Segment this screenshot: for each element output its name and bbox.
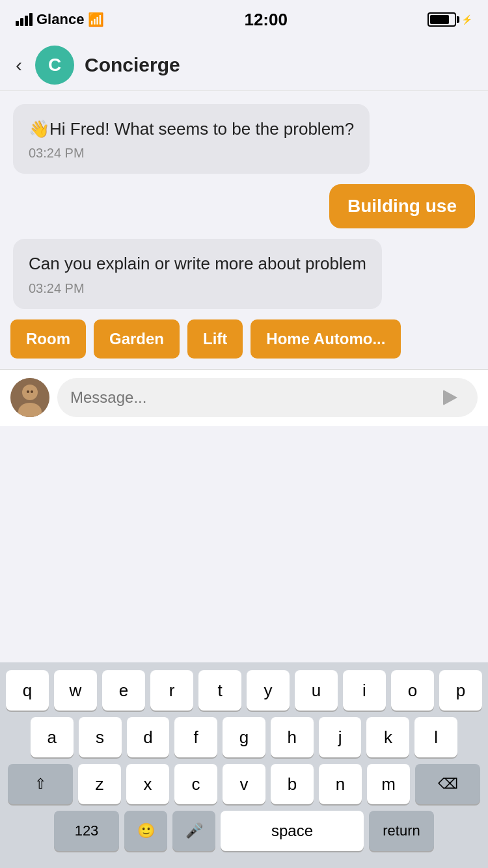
num-key[interactable]: 123: [54, 811, 119, 851]
key-y[interactable]: y: [247, 670, 290, 711]
key-l[interactable]: l: [414, 717, 457, 757]
status-bar: Glance 📶 12:00 ⚡: [0, 0, 488, 39]
key-v[interactable]: v: [223, 764, 265, 804]
shift-key[interactable]: ⇧: [8, 764, 73, 804]
backspace-key[interactable]: ⌫: [415, 764, 480, 804]
emoji-key[interactable]: 🙂: [124, 811, 167, 851]
key-g[interactable]: g: [223, 717, 265, 757]
message-input-row: [0, 369, 488, 426]
key-o[interactable]: o: [391, 670, 434, 711]
battery-fill: [430, 15, 449, 24]
key-x[interactable]: x: [126, 764, 169, 804]
key-p[interactable]: p: [439, 670, 482, 711]
signal-bar-3: [25, 16, 28, 26]
carrier-label: Glance: [36, 11, 84, 28]
message-text-1: 👋Hi Fred! What seems to be the problem?: [29, 117, 354, 141]
quick-reply-chips: Room Garden Lift Home Automo...: [0, 309, 488, 369]
message-time-3: 03:24 PM: [29, 281, 366, 296]
mic-key[interactable]: 🎤: [172, 811, 215, 851]
signal-bars: [16, 13, 33, 26]
status-left: Glance 📶: [16, 11, 104, 28]
user-avatar-svg: [10, 378, 49, 417]
message-text-2: Building use: [347, 196, 457, 217]
key-h[interactable]: h: [271, 717, 314, 757]
message-time-1: 03:24 PM: [29, 146, 354, 161]
key-s[interactable]: s: [79, 717, 122, 757]
back-button[interactable]: ‹: [13, 51, 25, 79]
key-n[interactable]: n: [319, 764, 362, 804]
header-title: Concierge: [85, 54, 180, 76]
header: ‹ C Concierge: [0, 39, 488, 91]
key-f[interactable]: f: [174, 717, 217, 757]
message-bubble-incoming-2: Can you explain or write more about prob…: [13, 239, 382, 308]
key-a[interactable]: a: [31, 717, 74, 757]
status-right: ⚡: [427, 12, 472, 27]
keyboard-row-4: 123 🙂 🎤 space return: [4, 811, 484, 851]
space-key[interactable]: space: [221, 811, 364, 851]
chip-garden[interactable]: Garden: [94, 319, 180, 359]
return-key[interactable]: return: [369, 811, 434, 851]
concierge-avatar: C: [35, 46, 74, 85]
key-z[interactable]: z: [78, 764, 121, 804]
signal-bar-2: [20, 18, 23, 26]
key-m[interactable]: m: [367, 764, 410, 804]
message-bubble-incoming-1: 👋Hi Fred! What seems to be the problem? …: [13, 104, 370, 174]
send-arrow-icon: [443, 390, 457, 405]
user-avatar: [10, 378, 49, 417]
key-q[interactable]: q: [6, 670, 49, 711]
keyboard-row-3: ⇧ z x c v b n m ⌫: [4, 764, 484, 804]
keyboard-bottom-bar: [4, 858, 484, 864]
signal-bar-4: [29, 13, 33, 26]
keyboard: q w e r t y u i o p a s d f g h j k l ⇧ …: [0, 662, 488, 868]
svg-point-3: [27, 390, 29, 393]
key-k[interactable]: k: [366, 717, 409, 757]
battery-bolt-icon: ⚡: [461, 14, 472, 25]
svg-point-1: [22, 385, 38, 400]
message-input[interactable]: [70, 388, 436, 407]
key-u[interactable]: u: [295, 670, 338, 711]
battery-icon: [427, 12, 456, 27]
key-e[interactable]: e: [102, 670, 145, 711]
chip-lift[interactable]: Lift: [187, 319, 243, 359]
message-bubble-outgoing-1: Building use: [329, 184, 475, 228]
message-text-3: Can you explain or write more about prob…: [29, 252, 366, 275]
keyboard-row-1: q w e r t y u i o p: [4, 670, 484, 711]
key-j[interactable]: j: [319, 717, 362, 757]
send-button[interactable]: [436, 383, 465, 412]
key-t[interactable]: t: [198, 670, 241, 711]
chat-area: 👋Hi Fred! What seems to be the problem? …: [0, 91, 488, 309]
key-i[interactable]: i: [343, 670, 386, 711]
message-input-wrap[interactable]: [57, 378, 478, 417]
key-r[interactable]: r: [150, 670, 193, 711]
key-b[interactable]: b: [271, 764, 314, 804]
chip-home-automation[interactable]: Home Automo...: [251, 319, 401, 359]
wifi-icon: 📶: [88, 12, 104, 27]
chip-room[interactable]: Room: [10, 319, 86, 359]
status-time: 12:00: [244, 10, 288, 30]
keyboard-row-2: a s d f g h j k l: [4, 717, 484, 757]
key-d[interactable]: d: [127, 717, 170, 757]
key-c[interactable]: c: [174, 764, 217, 804]
svg-point-4: [31, 390, 33, 393]
key-w[interactable]: w: [54, 670, 97, 711]
signal-bar-1: [16, 21, 19, 26]
